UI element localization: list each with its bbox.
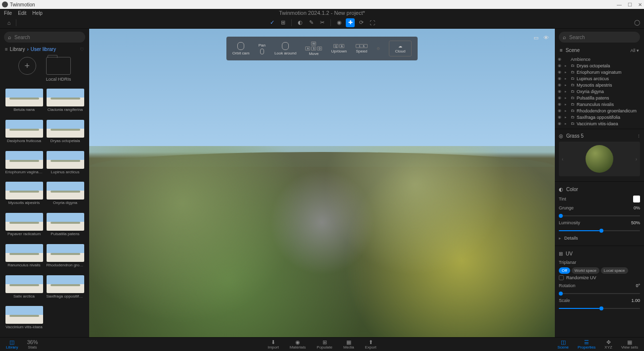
visibility-toggle[interactable]: ◉	[558, 83, 563, 87]
library-search[interactable]: ⌕	[4, 32, 85, 43]
visibility-toggle[interactable]: ◉	[558, 63, 563, 68]
asset-item[interactable]: Betula nana	[5, 89, 43, 117]
luminosity-slider[interactable]	[559, 228, 640, 234]
bottom-viewsets[interactable]: ▦View sets	[621, 340, 638, 350]
asset-item[interactable]: Ranunculus nivalis	[5, 244, 43, 272]
menu-edit[interactable]: Edit	[18, 10, 26, 16]
bottom-stats[interactable]: 36%Stats	[27, 340, 38, 350]
user-icon[interactable]: ◯	[634, 19, 640, 26]
grunge-slider[interactable]	[559, 213, 640, 219]
outliner-item[interactable]: ◉▸🗀Vaccinium vitis-idaea	[558, 120, 641, 127]
add-asset-button[interactable]: +	[18, 57, 36, 82]
add-button[interactable]: ✚	[346, 18, 355, 27]
visibility-toggle[interactable]: ◉	[558, 96, 563, 100]
menu-file[interactable]: File	[4, 10, 12, 16]
visibility-icon[interactable]: 👁	[543, 35, 549, 41]
tint-color-swatch[interactable]	[633, 196, 640, 202]
pill-off[interactable]: Off	[559, 267, 570, 274]
outliner-item[interactable]: ◉▸🗀Saxifraga oppositifolia	[558, 114, 641, 120]
asset-item[interactable]: Saxifraga oppositifolia	[46, 275, 84, 303]
asset-item[interactable]: Dasiphora fruticosa	[5, 120, 43, 148]
bottom-scene[interactable]: ◫Scene	[557, 340, 569, 350]
asset-item[interactable]: Vaccinium vitis-idaea	[5, 306, 43, 334]
bottom-populate[interactable]: ⊞Populate	[317, 340, 332, 350]
outliner-ambience[interactable]: ◉ Ambience	[558, 56, 641, 62]
minimize-button[interactable]: —	[617, 2, 622, 7]
outliner-item[interactable]: ◉▸🗀Lupinus arcticus	[558, 75, 641, 82]
asset-item[interactable]: Cladonia rangiferina	[46, 89, 84, 117]
asset-item[interactable]: Rhododendron groenla...	[46, 244, 84, 272]
outliner-item[interactable]: ◉▸🗀Pulsatilla patens	[558, 95, 641, 101]
visibility-toggle[interactable]: ◉	[558, 115, 563, 119]
scale-slider[interactable]	[559, 305, 640, 311]
breadcrumb-current[interactable]: User library	[31, 47, 56, 52]
scene-search[interactable]: ⌕	[559, 32, 640, 43]
tool-1-icon[interactable]: ◐	[296, 18, 305, 27]
asset-item[interactable]: Salix arctica	[5, 275, 43, 303]
pill-local[interactable]: Local space	[601, 267, 628, 274]
visibility-toggle[interactable]: ◉	[558, 102, 563, 106]
bottom-export[interactable]: ⬆Export	[365, 340, 376, 350]
uv-section-header[interactable]: ⊞ UV	[559, 249, 640, 258]
menu-help[interactable]: Help	[32, 10, 43, 16]
visibility-toggle[interactable]: ◉	[558, 89, 563, 94]
bottom-library[interactable]: ◫Library	[6, 340, 18, 350]
asset-item[interactable]: Dryas octopetala	[46, 120, 84, 148]
outliner-item[interactable]: ◉▸🗀Ranunculus nivalis	[558, 101, 641, 107]
visibility-toggle[interactable]: ◉	[558, 70, 563, 74]
bottom-media[interactable]: ▦Media	[343, 340, 354, 350]
asset-item[interactable]: Eriophorum vaginatum	[5, 151, 43, 179]
maximize-button[interactable]: ☐	[628, 2, 632, 7]
details-toggle[interactable]: ▸Details	[559, 234, 640, 243]
next-material-button[interactable]: ›	[636, 156, 637, 162]
scene-header: ≡ Scene All ▾	[555, 46, 644, 55]
tool-3-icon[interactable]: ✂	[318, 18, 326, 27]
bottom-xyz[interactable]: ✥XYZ	[604, 340, 612, 350]
close-button[interactable]: ✕	[638, 2, 642, 7]
visibility-toggle[interactable]: ◉	[558, 121, 563, 126]
bottom-properties[interactable]: ☰Properties	[578, 340, 595, 350]
local-hdris-folder[interactable]: Local HDRIs	[46, 57, 71, 82]
folder-icon: 🗀	[571, 121, 575, 126]
visibility-toggle[interactable]: ◉	[558, 108, 563, 113]
prev-material-button[interactable]: ‹	[562, 156, 563, 162]
asset-thumbnail	[5, 213, 43, 231]
scene-search-input[interactable]	[569, 35, 636, 40]
home-button[interactable]: ⌂	[4, 18, 14, 28]
color-icon: ◐	[559, 187, 563, 192]
scene-filter-all[interactable]: All ▾	[630, 48, 639, 53]
triplanar-mode: Off World space Local space	[559, 267, 640, 274]
bottom-materials[interactable]: ◉Materials	[290, 340, 306, 350]
nav-move: W ASD Move	[305, 42, 322, 56]
viewport[interactable]: Orbit cam Pan Look around W ASD Move QE …	[89, 29, 555, 337]
search-input[interactable]	[14, 35, 81, 40]
outliner-item[interactable]: ◉▸🗀Dryas octopetala	[558, 62, 641, 69]
viewport-layout-icon[interactable]: ▭	[534, 35, 538, 41]
asset-item[interactable]: Pulsatilla patens	[46, 213, 84, 241]
breadcrumb-root[interactable]: Library	[10, 47, 25, 52]
refresh-icon[interactable]: ⟳	[357, 18, 366, 27]
tool-2-icon[interactable]: ✎	[307, 18, 316, 27]
rotation-slider[interactable]	[559, 291, 640, 297]
pill-world[interactable]: World space	[572, 267, 599, 274]
validate-icon[interactable]: ✓	[268, 18, 276, 27]
asset-item[interactable]: Oxyria digyna	[46, 182, 84, 210]
randomize-uv-row[interactable]: Randomize UV	[559, 274, 640, 282]
cloud-button[interactable]: ☁ Cloud	[389, 41, 412, 56]
outliner-item[interactable]: ◉▸🗀Rhododendron groenlandicum	[558, 107, 641, 114]
grid-icon[interactable]: ⊞	[278, 18, 287, 27]
outliner-item[interactable]: ◉▸🗀Myosotis alpestris	[558, 82, 641, 88]
color-section-header[interactable]: ◐ Color	[559, 185, 640, 194]
favorite-icon[interactable]: ♡	[80, 47, 84, 52]
asset-item[interactable]: Lupinus arcticus	[46, 151, 84, 179]
globe-icon[interactable]: ◉	[335, 18, 344, 27]
outliner-item[interactable]: ◉▸🗀Eriophorum vaginatum	[558, 69, 641, 75]
asset-item[interactable]: Myosotis alpestris	[5, 182, 43, 210]
material-menu-icon[interactable]: ⫶	[638, 133, 640, 139]
outliner-item[interactable]: ◉▸🗀Oxyria digyna	[558, 88, 641, 95]
asset-thumbnail	[5, 182, 43, 200]
asset-item[interactable]: Papaver radicatum	[5, 213, 43, 241]
bottom-import[interactable]: ⬇Import	[268, 340, 279, 350]
visibility-toggle[interactable]: ◉	[558, 76, 563, 81]
expand-icon[interactable]: ⛶	[368, 18, 376, 27]
